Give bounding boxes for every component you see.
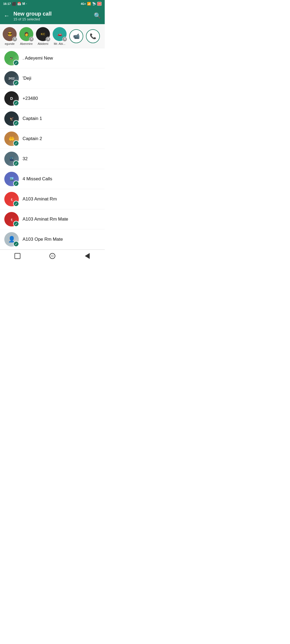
- avatar-initial-missed: 🏙️: [10, 177, 14, 181]
- list-item[interactable]: 🤲 ✓ Captain 2: [0, 129, 105, 149]
- video-call-wrap: 📹: [69, 29, 84, 43]
- status-bar: 16:17 ⬛ 📅 M · 4G+ 📶 📡 15: [0, 0, 105, 8]
- selected-contact-egunde[interactable]: 😎 ✕ egunde: [2, 27, 17, 45]
- status-right: 4G+ 📶 📡 15: [81, 2, 102, 6]
- list-item[interactable]: 🏙️ ✓ 4 Missed Calls: [0, 169, 105, 189]
- contact-name-deji: 'Deji: [23, 76, 31, 81]
- avatar-initial-deji: 2412: [9, 77, 15, 80]
- avatar-initial-aminat: خ: [11, 197, 13, 201]
- status-left: 16:17 ⬛ 📅 M ·: [3, 2, 27, 6]
- contact-avatar-captain2: 🤲 ✓: [4, 131, 19, 146]
- list-item[interactable]: 👤 ✓ A103 Ope Rm Mate: [0, 229, 105, 250]
- check-badge-captain2: ✓: [13, 140, 19, 146]
- status-s-icon: ⬛: [12, 2, 16, 6]
- contact-name-32: 32: [23, 156, 28, 162]
- contact-name-ope: A103 Ope Rm Mate: [23, 237, 63, 242]
- bottom-navigation: [0, 250, 105, 263]
- remove-mrabi-button[interactable]: ✕: [62, 37, 67, 42]
- contact-name-missed: 4 Missed Calls: [23, 176, 52, 182]
- check-badge-aminat: ✓: [13, 201, 19, 207]
- status-time: 16:17: [3, 2, 11, 5]
- contact-avatar-aminat: خ ✓: [4, 192, 19, 206]
- check-badge-deji: ✓: [13, 80, 19, 86]
- list-item[interactable]: 🦅 ✓ . Adeyemi New: [0, 48, 105, 68]
- contact-avatar-23480: D ✓: [4, 91, 19, 106]
- wifi-icon: 📡: [92, 2, 96, 6]
- nav-square-icon: [15, 253, 20, 259]
- list-item[interactable]: D ✓ +23480: [0, 89, 105, 109]
- nav-back-button[interactable]: [49, 253, 56, 259]
- remove-abenmire-button[interactable]: ✕: [29, 37, 34, 42]
- check-badge-adeyemi: ✓: [13, 60, 19, 66]
- phone-icon: 📞: [90, 33, 96, 39]
- contact-avatar-missed: 🏙️ ✓: [4, 172, 19, 186]
- contact-name-aminatmate: A103 Aminat Rm Mate: [23, 217, 68, 222]
- selected-name-egunde: egunde: [5, 42, 15, 45]
- contact-name-adeyemi: . Adeyemi New: [23, 56, 53, 61]
- video-icon: 📹: [73, 33, 80, 39]
- avatar-initial-captain2: 🤲: [9, 136, 15, 142]
- nav-circle-icon: [49, 253, 55, 259]
- contact-name-captain2: Captain 2: [23, 136, 42, 141]
- nav-home-button[interactable]: [14, 253, 21, 259]
- contact-avatar-adeyemi: 🦅 ✓: [4, 51, 19, 65]
- selected-name-mrabi: Mr. Abi...: [54, 42, 66, 45]
- status-mail-icon: M: [22, 2, 25, 6]
- list-item[interactable]: خ ✓ A103 Aminat Rm: [0, 189, 105, 209]
- list-item[interactable]: 2412 ✓ 'Deji: [0, 68, 105, 89]
- header-title-block: New group call 15 of 15 selected: [13, 11, 90, 21]
- contact-avatar-deji: 2412 ✓: [4, 71, 19, 86]
- avatar-mrabi: 🚗: [57, 32, 62, 36]
- contact-avatar-captain1: 🦅 ✓: [4, 111, 19, 126]
- list-item[interactable]: 🦅 ✓ Captain 1: [0, 109, 105, 129]
- avatar-initial-aminatmate: خ: [11, 218, 13, 221]
- remove-egunde-button[interactable]: ✕: [12, 37, 17, 42]
- check-badge-ope: ✓: [13, 241, 19, 247]
- selection-count: 15 of 15 selected: [13, 17, 90, 21]
- remove-abidemi-button[interactable]: ✕: [46, 37, 50, 42]
- status-dot: ·: [26, 2, 27, 5]
- selected-name-abidemi: Abidemi: [38, 42, 48, 45]
- selected-contact-abidemi[interactable]: KC ✕ Abidemi: [35, 27, 50, 45]
- check-badge-23480: ✓: [13, 100, 19, 106]
- video-call-button[interactable]: 📹: [69, 29, 83, 43]
- contact-name-aminat: A103 Aminat Rm: [23, 196, 57, 202]
- contact-avatar-aminatmate: خ ✓: [4, 212, 19, 226]
- contact-name-23480: +23480: [23, 96, 38, 101]
- contact-avatar-ope: 👤 ✓: [4, 232, 19, 247]
- contact-list: 🦅 ✓ . Adeyemi New 2412 ✓ 'Deji D ✓ +2348…: [0, 48, 105, 250]
- avatar-abidemi: KC: [41, 32, 45, 36]
- page-title: New group call: [13, 11, 90, 17]
- header: ← New group call 15 of 15 selected 🔍: [0, 8, 105, 24]
- voice-call-button[interactable]: 📞: [86, 29, 100, 43]
- avatar-initial-32: 🌃: [10, 157, 14, 161]
- battery-indicator: 15: [97, 2, 102, 6]
- nav-circle-inner-icon: [51, 255, 53, 257]
- nav-recent-button[interactable]: [84, 253, 91, 259]
- check-badge-missed: ✓: [13, 181, 19, 186]
- contact-name-captain1: Captain 1: [23, 116, 42, 121]
- list-item[interactable]: 🌃 ✓ 32: [0, 149, 105, 169]
- selected-contact-abenmire[interactable]: 👩 ✕ Abenmire: [19, 27, 34, 45]
- signal-icon: 📶: [87, 2, 91, 6]
- check-badge-aminatmate: ✓: [13, 221, 19, 227]
- check-badge-32: ✓: [13, 160, 19, 166]
- back-button[interactable]: ←: [4, 12, 10, 19]
- selected-contact-mrabi[interactable]: 🚗 ✕ Mr. Abi...: [52, 27, 67, 45]
- voice-call-wrap: 📞: [85, 29, 100, 43]
- selected-contacts-strip: 😎 ✕ egunde 👩 ✕ Abenmire KC ✕ Abidemi 🚗: [0, 24, 105, 48]
- selected-name-abenmire: Abenmire: [20, 42, 32, 45]
- avatar-initial-captain1: 🦅: [9, 116, 14, 121]
- status-calendar-icon: 📅: [17, 2, 21, 6]
- list-item[interactable]: خ ✓ A103 Aminat Rm Mate: [0, 209, 105, 229]
- avatar-egunde: 😎: [8, 32, 12, 36]
- status-network: 4G+: [81, 2, 86, 5]
- avatar-initial-23480: D: [10, 96, 13, 101]
- check-badge-captain1: ✓: [13, 120, 19, 126]
- contact-avatar-32: 🌃 ✓: [4, 152, 19, 166]
- avatar-abenmire: 👩: [24, 32, 29, 36]
- avatar-initial-adeyemi: 🦅: [10, 57, 13, 60]
- search-button[interactable]: 🔍: [94, 12, 101, 19]
- nav-triangle-icon: [85, 253, 90, 259]
